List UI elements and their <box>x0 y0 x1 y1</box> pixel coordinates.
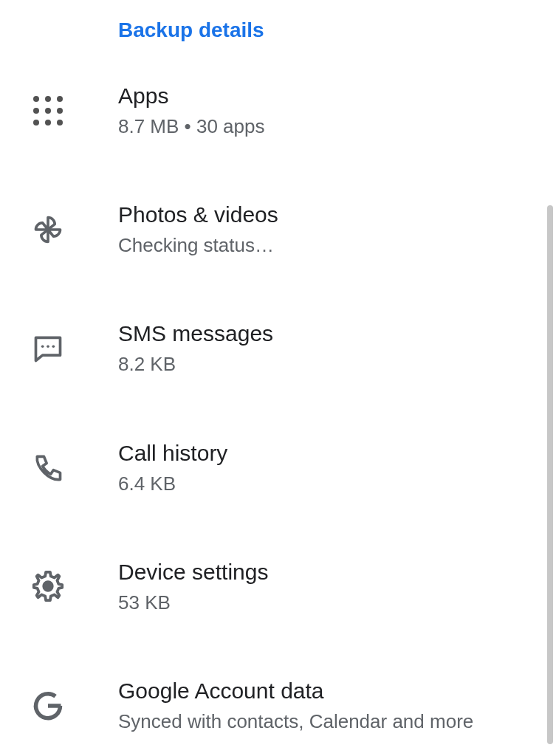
scrollbar-thumb[interactable] <box>547 205 553 744</box>
svg-point-2 <box>52 345 55 348</box>
item-sub: Checking status… <box>118 234 556 257</box>
list-item-text: Apps 8.7 MB • 30 apps <box>118 83 556 138</box>
item-title: Call history <box>118 440 556 467</box>
list-item-photos-videos[interactable]: Photos & videos Checking status… <box>0 202 556 257</box>
list-item-apps[interactable]: Apps 8.7 MB • 30 apps <box>0 83 556 138</box>
list-item-sms[interactable]: SMS messages 8.2 KB <box>0 320 556 376</box>
list-item-text: Device settings 53 KB <box>118 559 556 614</box>
item-title: Photos & videos <box>118 202 556 228</box>
list-item-text: Call history 6.4 KB <box>118 440 556 495</box>
list-item-text: Google Account data Synced with contacts… <box>118 678 556 733</box>
svg-point-0 <box>41 345 44 348</box>
item-title: Google Account data <box>118 678 556 704</box>
item-sub: 8.7 MB • 30 apps <box>118 115 556 138</box>
item-sub: Synced with contacts, Calendar and more <box>118 710 556 733</box>
svg-point-1 <box>47 345 49 348</box>
phone-icon <box>26 445 70 489</box>
item-title: SMS messages <box>118 320 556 347</box>
item-sub: 53 KB <box>118 591 556 614</box>
list-item-call-history[interactable]: Call history 6.4 KB <box>0 440 556 495</box>
chat-icon <box>26 326 70 371</box>
apps-grid-icon <box>26 89 70 133</box>
section-title: Backup details <box>0 18 556 42</box>
list-item-text: SMS messages 8.2 KB <box>118 320 556 376</box>
item-title: Apps <box>118 83 556 109</box>
item-sub: 8.2 KB <box>118 353 556 376</box>
item-title: Device settings <box>118 559 556 585</box>
list-item-google-account[interactable]: Google Account data Synced with contacts… <box>0 678 556 733</box>
backup-details-screen: Backup details Apps 8.7 MB • 30 apps Ph <box>0 0 556 756</box>
item-sub: 6.4 KB <box>118 472 556 495</box>
google-g-icon <box>26 684 70 728</box>
pinwheel-icon <box>26 207 70 252</box>
svg-point-3 <box>44 583 52 591</box>
list-item-text: Photos & videos Checking status… <box>118 202 556 257</box>
gear-icon <box>26 564 70 608</box>
list-item-device-settings[interactable]: Device settings 53 KB <box>0 559 556 614</box>
